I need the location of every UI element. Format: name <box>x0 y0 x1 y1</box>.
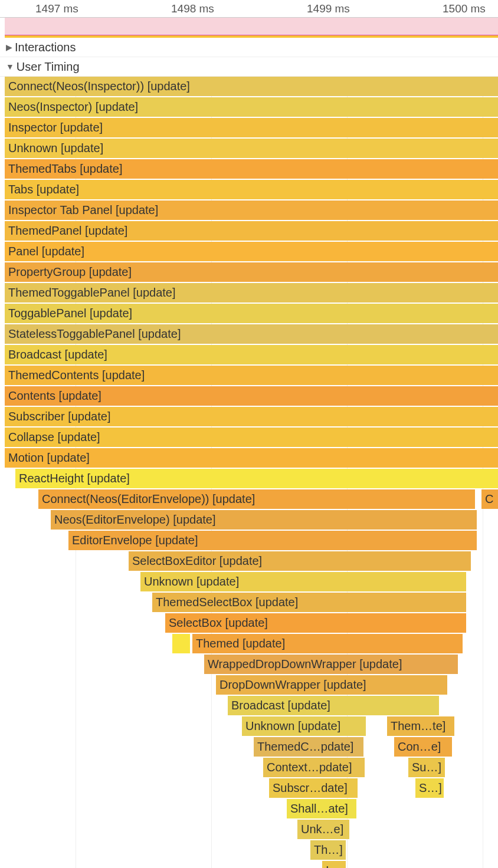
flame-bar[interactable]: SelectBox [update] <box>165 613 466 633</box>
disclosure-down-icon <box>6 62 14 71</box>
flame-bar[interactable]: DropDownWrapper [update] <box>216 675 447 695</box>
flame-row: Th…] <box>5 840 498 860</box>
flame-row: ToggablePanel [update] <box>5 304 498 323</box>
flame-row: SelectBox [update] <box>5 613 498 633</box>
flame-bar[interactable]: ReactHeight [update] <box>15 469 498 488</box>
flame-row: Unknown [update] <box>5 572 498 591</box>
flame-bar[interactable]: StatelessToggablePanel [update] <box>5 324 498 344</box>
flame-row: PropertyGroup [update] <box>5 262 498 282</box>
flame-row: Subscr…date]S…] <box>5 778 498 798</box>
flame-bar[interactable]: Inspector [update] <box>5 118 498 137</box>
flame-bar[interactable]: Contents [update] <box>5 386 498 406</box>
timeline-ruler[interactable]: 1497 ms1498 ms1499 ms1500 ms <box>0 0 498 18</box>
flame-bar[interactable] <box>172 634 190 653</box>
flame-bar[interactable]: Connect(Neos(EditorEnvelope)) [update] <box>38 489 475 509</box>
overview-band[interactable] <box>5 18 498 35</box>
flame-bar[interactable]: Context…pdate] <box>263 758 365 777</box>
flame-row: Tabs [update] <box>5 180 498 199</box>
flame-row: ThemedPanel [update] <box>5 221 498 241</box>
flame-bar[interactable]: Collapse [update] <box>5 428 498 447</box>
flame-bar[interactable]: Su…] <box>408 758 445 777</box>
flame-bar[interactable]: Unk…e] <box>297 820 349 839</box>
flame-row: ThemedSelectBox [update] <box>5 593 498 612</box>
section-label: User Timing <box>17 60 80 74</box>
section-label: Interactions <box>15 41 76 54</box>
flame-bar[interactable]: ToggablePanel [update] <box>5 304 498 323</box>
flame-row: Panel [update] <box>5 242 498 261</box>
flame-row: Unk…e] <box>5 820 498 839</box>
ruler-tick: 1499 ms <box>307 2 350 15</box>
flame-bar[interactable]: Them…te] <box>387 716 454 736</box>
flame-bar[interactable]: ThemedToggablePanel [update] <box>5 283 498 303</box>
flame-bar[interactable]: Connect(Neos(Inspector)) [update] <box>5 77 498 96</box>
flame-row: ReactHeight [update] <box>5 469 498 488</box>
flame-bar[interactable]: Unknown [update] <box>242 716 366 736</box>
ruler-tick: 1497 ms <box>35 2 78 15</box>
flame-row: Broadcast [update] <box>5 696 498 715</box>
flame-bar[interactable]: ThemedContents [update] <box>5 366 498 385</box>
flame-bar[interactable]: Broadcast [update] <box>5 345 498 364</box>
disclosure-right-icon <box>6 42 12 52</box>
flame-bar[interactable]: Th…] <box>310 840 346 860</box>
flame-row: ThemedContents [update] <box>5 366 498 385</box>
flame-bar[interactable]: Subscr…date] <box>269 778 358 798</box>
flame-bar[interactable]: Motion [update] <box>5 448 498 468</box>
flame-row: Themed [update] <box>5 634 498 653</box>
flame-bar[interactable]: ThemedPanel [update] <box>5 221 498 241</box>
flame-bar[interactable]: Panel [update] <box>5 242 498 261</box>
flame-row: Inspector [update] <box>5 118 498 137</box>
flame-row: Unknown [update] <box>5 139 498 158</box>
flame-bar[interactable]: ThemedC…pdate] <box>254 737 363 757</box>
flame-bar[interactable]: Inspector Tab Panel [update] <box>5 200 498 220</box>
flame-row: Subscriber [update] <box>5 407 498 426</box>
flame-bar[interactable]: C <box>481 489 498 509</box>
flame-bar[interactable]: Subscriber [update] <box>5 407 498 426</box>
flame-row: StatelessToggablePanel [update] <box>5 324 498 344</box>
flame-bar[interactable]: PropertyGroup [update] <box>5 262 498 282</box>
flame-row: Connect(Neos(Inspector)) [update] <box>5 77 498 96</box>
flame-row: ThemedTabs [update] <box>5 159 498 179</box>
flame-row: Inspector Tab Panel [update] <box>5 200 498 220</box>
flame-bar[interactable]: Unknown [update] <box>5 139 498 158</box>
flame-row: Neos(Inspector) [update] <box>5 97 498 117</box>
flame-row: Shall…ate] <box>5 799 498 818</box>
flame-chart[interactable]: Connect(Neos(Inspector)) [update]Neos(In… <box>0 77 498 868</box>
flame-row: DropDownWrapper [update] <box>5 675 498 695</box>
flame-row: Unknown [update]Them…te] <box>5 716 498 736</box>
flame-row: Broadcast [update] <box>5 345 498 364</box>
flame-bar[interactable]: ThemedSelectBox [update] <box>152 593 466 612</box>
flame-row: EditorEnvelope [update] <box>5 531 498 550</box>
flame-bar[interactable]: Neos(Inspector) [update] <box>5 97 498 117</box>
flame-bar[interactable]: ThemedTabs [update] <box>5 159 498 179</box>
flame-row: Collapse [update] <box>5 428 498 447</box>
flame-bar[interactable]: I… <box>322 861 346 868</box>
ruler-tick: 1498 ms <box>171 2 214 15</box>
section-user-timing[interactable]: User Timing <box>0 57 498 77</box>
section-interactions[interactable]: Interactions <box>0 38 498 57</box>
flame-bar[interactable]: S…] <box>415 778 444 798</box>
flame-row: ThemedToggablePanel [update] <box>5 283 498 303</box>
flame-bar[interactable]: Themed [update] <box>192 634 463 653</box>
flame-bar[interactable]: Neos(EditorEnvelope) [update] <box>51 510 477 530</box>
ruler-tick: 1500 ms <box>443 2 486 15</box>
flame-bar[interactable]: Tabs [update] <box>5 180 498 199</box>
flame-bar[interactable]: SelectBoxEditor [update] <box>129 551 471 571</box>
flame-row: Neos(EditorEnvelope) [update] <box>5 510 498 530</box>
flame-bar[interactable]: Broadcast [update] <box>228 696 439 715</box>
flame-row: SelectBoxEditor [update] <box>5 551 498 571</box>
flame-row: Contents [update] <box>5 386 498 406</box>
flame-row: WrappedDropDownWrapper [update] <box>5 655 498 674</box>
flame-row: Connect(Neos(EditorEnvelope)) [update]C <box>5 489 498 509</box>
flame-row: ThemedC…pdate]Con…e] <box>5 737 498 757</box>
flame-row: I… <box>5 861 498 868</box>
flame-bar[interactable]: Shall…ate] <box>287 799 356 818</box>
flame-bar[interactable]: WrappedDropDownWrapper [update] <box>204 655 458 674</box>
flame-row: Motion [update] <box>5 448 498 468</box>
flame-row: Context…pdate]Su…] <box>5 758 498 777</box>
flame-bar[interactable]: Con…e] <box>394 737 452 757</box>
flame-bar[interactable]: Unknown [update] <box>140 572 466 591</box>
flame-bar[interactable]: EditorEnvelope [update] <box>68 531 477 550</box>
